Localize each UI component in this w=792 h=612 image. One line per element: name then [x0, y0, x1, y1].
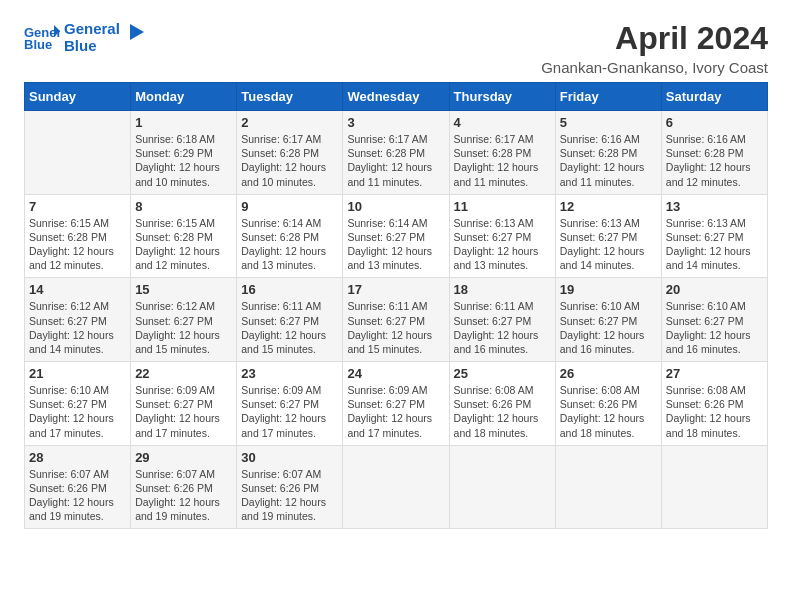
calendar-cell: 4Sunrise: 6:17 AMSunset: 6:28 PMDaylight… [449, 111, 555, 195]
calendar-cell: 30Sunrise: 6:07 AMSunset: 6:26 PMDayligh… [237, 445, 343, 529]
calendar-cell: 28Sunrise: 6:07 AMSunset: 6:26 PMDayligh… [25, 445, 131, 529]
calendar-body: 1Sunrise: 6:18 AMSunset: 6:29 PMDaylight… [25, 111, 768, 529]
calendar-cell: 9Sunrise: 6:14 AMSunset: 6:28 PMDaylight… [237, 194, 343, 278]
day-number: 30 [241, 450, 338, 465]
cell-info: Sunrise: 6:17 AMSunset: 6:28 PMDaylight:… [454, 132, 551, 189]
cell-info: Sunrise: 6:14 AMSunset: 6:28 PMDaylight:… [241, 216, 338, 273]
calendar-cell [449, 445, 555, 529]
logo-general: General [64, 20, 120, 37]
day-header-monday: Monday [131, 83, 237, 111]
day-number: 6 [666, 115, 763, 130]
cell-info: Sunrise: 6:16 AMSunset: 6:28 PMDaylight:… [560, 132, 657, 189]
day-header-friday: Friday [555, 83, 661, 111]
calendar-cell: 25Sunrise: 6:08 AMSunset: 6:26 PMDayligh… [449, 362, 555, 446]
cell-info: Sunrise: 6:08 AMSunset: 6:26 PMDaylight:… [454, 383, 551, 440]
calendar-cell: 1Sunrise: 6:18 AMSunset: 6:29 PMDaylight… [131, 111, 237, 195]
cell-info: Sunrise: 6:10 AMSunset: 6:27 PMDaylight:… [560, 299, 657, 356]
logo-blue: Blue [64, 37, 120, 54]
calendar-cell: 7Sunrise: 6:15 AMSunset: 6:28 PMDaylight… [25, 194, 131, 278]
day-number: 20 [666, 282, 763, 297]
calendar-title: April 2024 [541, 20, 768, 57]
day-number: 5 [560, 115, 657, 130]
day-number: 3 [347, 115, 444, 130]
calendar-cell: 12Sunrise: 6:13 AMSunset: 6:27 PMDayligh… [555, 194, 661, 278]
cell-info: Sunrise: 6:08 AMSunset: 6:26 PMDaylight:… [560, 383, 657, 440]
cell-info: Sunrise: 6:11 AMSunset: 6:27 PMDaylight:… [454, 299, 551, 356]
cell-info: Sunrise: 6:15 AMSunset: 6:28 PMDaylight:… [29, 216, 126, 273]
day-number: 19 [560, 282, 657, 297]
calendar-cell: 11Sunrise: 6:13 AMSunset: 6:27 PMDayligh… [449, 194, 555, 278]
calendar-cell: 20Sunrise: 6:10 AMSunset: 6:27 PMDayligh… [661, 278, 767, 362]
cell-info: Sunrise: 6:13 AMSunset: 6:27 PMDaylight:… [454, 216, 551, 273]
calendar-cell: 24Sunrise: 6:09 AMSunset: 6:27 PMDayligh… [343, 362, 449, 446]
day-number: 17 [347, 282, 444, 297]
calendar-cell: 18Sunrise: 6:11 AMSunset: 6:27 PMDayligh… [449, 278, 555, 362]
calendar-cell: 5Sunrise: 6:16 AMSunset: 6:28 PMDaylight… [555, 111, 661, 195]
calendar-cell: 26Sunrise: 6:08 AMSunset: 6:26 PMDayligh… [555, 362, 661, 446]
calendar-cell: 22Sunrise: 6:09 AMSunset: 6:27 PMDayligh… [131, 362, 237, 446]
calendar-cell: 23Sunrise: 6:09 AMSunset: 6:27 PMDayligh… [237, 362, 343, 446]
day-header-thursday: Thursday [449, 83, 555, 111]
calendar-header: SundayMondayTuesdayWednesdayThursdayFrid… [25, 83, 768, 111]
svg-text:Blue: Blue [24, 37, 52, 51]
cell-info: Sunrise: 6:09 AMSunset: 6:27 PMDaylight:… [135, 383, 232, 440]
cell-info: Sunrise: 6:07 AMSunset: 6:26 PMDaylight:… [241, 467, 338, 524]
cell-info: Sunrise: 6:14 AMSunset: 6:27 PMDaylight:… [347, 216, 444, 273]
calendar-week-2: 7Sunrise: 6:15 AMSunset: 6:28 PMDaylight… [25, 194, 768, 278]
calendar-cell [555, 445, 661, 529]
title-block: April 2024 Gnankan-Gnankanso, Ivory Coas… [541, 20, 768, 76]
header: General Blue General Blue April 2024 Gna… [24, 20, 768, 76]
calendar-cell: 8Sunrise: 6:15 AMSunset: 6:28 PMDaylight… [131, 194, 237, 278]
calendar-week-1: 1Sunrise: 6:18 AMSunset: 6:29 PMDaylight… [25, 111, 768, 195]
cell-info: Sunrise: 6:18 AMSunset: 6:29 PMDaylight:… [135, 132, 232, 189]
day-number: 9 [241, 199, 338, 214]
day-header-sunday: Sunday [25, 83, 131, 111]
cell-info: Sunrise: 6:09 AMSunset: 6:27 PMDaylight:… [347, 383, 444, 440]
day-number: 2 [241, 115, 338, 130]
cell-info: Sunrise: 6:12 AMSunset: 6:27 PMDaylight:… [135, 299, 232, 356]
calendar-cell: 19Sunrise: 6:10 AMSunset: 6:27 PMDayligh… [555, 278, 661, 362]
calendar-subtitle: Gnankan-Gnankanso, Ivory Coast [541, 59, 768, 76]
calendar-table: SundayMondayTuesdayWednesdayThursdayFrid… [24, 82, 768, 529]
day-number: 14 [29, 282, 126, 297]
cell-info: Sunrise: 6:16 AMSunset: 6:28 PMDaylight:… [666, 132, 763, 189]
day-header-wednesday: Wednesday [343, 83, 449, 111]
cell-info: Sunrise: 6:10 AMSunset: 6:27 PMDaylight:… [666, 299, 763, 356]
calendar-cell: 27Sunrise: 6:08 AMSunset: 6:26 PMDayligh… [661, 362, 767, 446]
calendar-week-4: 21Sunrise: 6:10 AMSunset: 6:27 PMDayligh… [25, 362, 768, 446]
day-number: 26 [560, 366, 657, 381]
logo-flag-icon [126, 24, 144, 46]
day-number: 22 [135, 366, 232, 381]
day-number: 24 [347, 366, 444, 381]
calendar-cell: 2Sunrise: 6:17 AMSunset: 6:28 PMDaylight… [237, 111, 343, 195]
day-number: 12 [560, 199, 657, 214]
cell-info: Sunrise: 6:11 AMSunset: 6:27 PMDaylight:… [347, 299, 444, 356]
cell-info: Sunrise: 6:12 AMSunset: 6:27 PMDaylight:… [29, 299, 126, 356]
cell-info: Sunrise: 6:07 AMSunset: 6:26 PMDaylight:… [29, 467, 126, 524]
day-number: 11 [454, 199, 551, 214]
day-number: 23 [241, 366, 338, 381]
calendar-cell: 17Sunrise: 6:11 AMSunset: 6:27 PMDayligh… [343, 278, 449, 362]
calendar-cell: 21Sunrise: 6:10 AMSunset: 6:27 PMDayligh… [25, 362, 131, 446]
cell-info: Sunrise: 6:09 AMSunset: 6:27 PMDaylight:… [241, 383, 338, 440]
cell-info: Sunrise: 6:13 AMSunset: 6:27 PMDaylight:… [560, 216, 657, 273]
day-number: 4 [454, 115, 551, 130]
day-number: 8 [135, 199, 232, 214]
cell-info: Sunrise: 6:17 AMSunset: 6:28 PMDaylight:… [241, 132, 338, 189]
day-number: 21 [29, 366, 126, 381]
day-number: 28 [29, 450, 126, 465]
calendar-cell: 3Sunrise: 6:17 AMSunset: 6:28 PMDaylight… [343, 111, 449, 195]
calendar-cell: 29Sunrise: 6:07 AMSunset: 6:26 PMDayligh… [131, 445, 237, 529]
day-number: 7 [29, 199, 126, 214]
cell-info: Sunrise: 6:15 AMSunset: 6:28 PMDaylight:… [135, 216, 232, 273]
calendar-cell [343, 445, 449, 529]
day-number: 29 [135, 450, 232, 465]
calendar-cell [661, 445, 767, 529]
calendar-week-3: 14Sunrise: 6:12 AMSunset: 6:27 PMDayligh… [25, 278, 768, 362]
cell-info: Sunrise: 6:17 AMSunset: 6:28 PMDaylight:… [347, 132, 444, 189]
day-number: 27 [666, 366, 763, 381]
day-number: 1 [135, 115, 232, 130]
logo-icon: General Blue [24, 23, 60, 51]
calendar-cell: 16Sunrise: 6:11 AMSunset: 6:27 PMDayligh… [237, 278, 343, 362]
calendar-cell: 15Sunrise: 6:12 AMSunset: 6:27 PMDayligh… [131, 278, 237, 362]
